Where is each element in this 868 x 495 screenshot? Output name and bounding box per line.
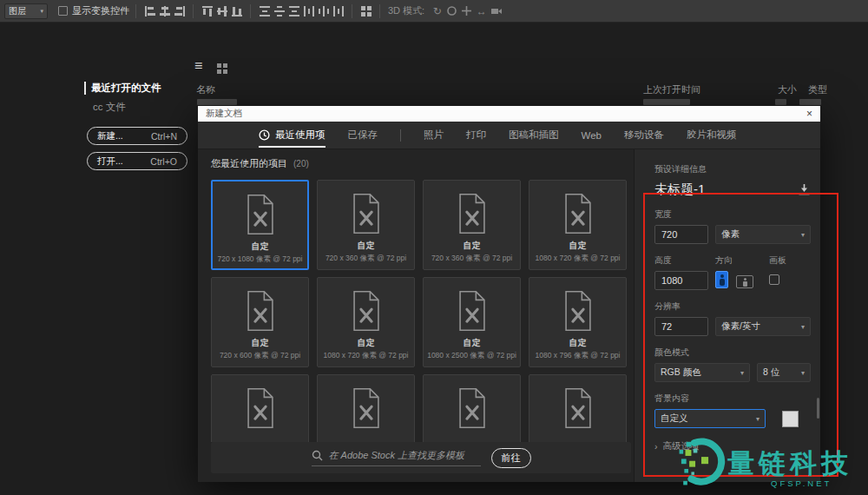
template-card-name: 自定 xyxy=(464,337,481,349)
recent-items-title: 您最近使用的项目 xyxy=(211,158,287,168)
align-left-icon[interactable] xyxy=(142,3,157,19)
color-mode-select[interactable]: RGB 颜色 ▾ xyxy=(654,363,750,382)
align-top-icon[interactable] xyxy=(200,3,214,19)
pan-3d-icon[interactable] xyxy=(459,3,474,19)
layer-select[interactable]: 图层 ▾ xyxy=(4,3,48,19)
slide-3d-icon[interactable]: ↔ xyxy=(474,3,489,19)
width-label: 宽度 xyxy=(654,208,810,221)
chevron-down-icon: ▾ xyxy=(801,369,805,377)
show-transform-checkbox[interactable] xyxy=(58,6,68,16)
tab-label: 最近使用项 xyxy=(275,129,326,142)
dist-top-icon[interactable] xyxy=(257,3,272,19)
template-card[interactable] xyxy=(423,374,521,442)
tab-7[interactable]: 胶片和视频 xyxy=(687,122,737,149)
brand-domain: QFSP.NET xyxy=(771,478,832,488)
template-card[interactable]: 自定720 x 360 像素 @ 72 ppi xyxy=(317,180,415,270)
template-card[interactable]: 自定720 x 600 像素 @ 72 ppi xyxy=(211,277,309,367)
template-card[interactable]: 自定1080 x 796 像素 @ 72 ppi xyxy=(529,277,627,367)
tab-label: 照片 xyxy=(424,129,444,142)
template-card[interactable]: 自定720 x 360 像素 @ 72 ppi xyxy=(423,180,521,270)
document-x-icon xyxy=(243,193,278,236)
tab-2[interactable]: 照片 xyxy=(424,122,444,149)
orientation-label: 方向 xyxy=(715,254,769,267)
template-card[interactable] xyxy=(317,374,415,442)
width-unit-select[interactable]: 像素 ▾ xyxy=(715,225,811,244)
template-card-name: 自定 xyxy=(252,337,269,349)
open-button-label: 打开... xyxy=(97,155,123,168)
landscape-orientation-icon[interactable] xyxy=(736,275,753,288)
template-card-name: 自定 xyxy=(252,241,269,253)
align-bottom-icon[interactable] xyxy=(229,3,244,19)
dist-middle-icon[interactable] xyxy=(272,3,286,19)
tab-4[interactable]: 图稿和插图 xyxy=(509,122,559,149)
stock-search-input[interactable]: 在 Adobe Stock 上查找更多模板 xyxy=(312,449,481,466)
orbit-3d-icon[interactable]: ↻ xyxy=(430,3,444,19)
tab-5[interactable]: Web xyxy=(582,122,602,149)
dist-center-icon[interactable] xyxy=(316,3,331,19)
width-input[interactable] xyxy=(654,225,708,244)
go-button[interactable]: 前往 xyxy=(491,448,531,468)
dialog-title: 新建文档 xyxy=(206,108,242,120)
template-card-name: 自定 xyxy=(569,240,587,252)
bit-depth-select[interactable]: 8 位 ▾ xyxy=(757,363,811,382)
template-card-name: 自定 xyxy=(358,337,375,349)
new-button[interactable]: 新建... Ctrl+N xyxy=(87,127,187,145)
adobe-stock-bar: 在 Adobe Stock 上查找更多模板 前往 xyxy=(211,442,631,473)
chevron-down-icon: ▾ xyxy=(740,369,744,377)
tab-label: Web xyxy=(582,130,602,141)
dist-left-icon[interactable] xyxy=(301,3,316,19)
template-card[interactable] xyxy=(211,374,309,442)
document-x-icon xyxy=(561,289,595,333)
portrait-orientation-icon[interactable] xyxy=(715,271,728,288)
template-card[interactable]: 自定1080 x 720 像素 @ 72 ppi xyxy=(529,180,627,270)
document-x-icon xyxy=(349,386,384,430)
tab-0[interactable]: 最近使用项 xyxy=(259,122,326,149)
tab-6[interactable]: 移动设备 xyxy=(624,122,664,149)
dolly-3d-icon[interactable] xyxy=(489,3,503,19)
background-color-swatch[interactable] xyxy=(782,411,799,427)
show-transform-label: 显示变换控件 xyxy=(72,4,129,17)
resolution-input[interactable] xyxy=(654,317,708,336)
template-card-spec: 1080 x 2500 像素 @ 72 ppi xyxy=(427,351,516,361)
align-middle-icon[interactable] xyxy=(214,3,229,19)
sidebar-item-cc-files[interactable]: cc 文件 xyxy=(93,101,126,114)
template-card[interactable]: 自定1080 x 720 像素 @ 72 ppi xyxy=(317,277,415,367)
distribute-grid-icon[interactable] xyxy=(358,3,373,19)
template-card[interactable]: 自定720 x 1080 像素 @ 72 ppi xyxy=(211,180,309,270)
template-card-name: 自定 xyxy=(464,240,481,252)
scrollbar-thumb[interactable] xyxy=(817,398,819,419)
column-header-type[interactable]: 类型 xyxy=(808,83,827,96)
column-header-size[interactable]: 大小 xyxy=(778,83,797,96)
dist-bottom-icon[interactable] xyxy=(286,3,301,19)
grid-view-icon[interactable] xyxy=(217,62,227,77)
clipped-file-row xyxy=(799,99,821,105)
chevron-down-icon: ▾ xyxy=(801,231,805,239)
list-view-icon[interactable]: ≡ xyxy=(194,58,202,74)
clipped-file-row xyxy=(197,99,237,105)
color-mode-label: 颜色模式 xyxy=(654,346,810,359)
column-header-name[interactable]: 名称 xyxy=(196,83,215,96)
artboard-checkbox[interactable] xyxy=(769,274,779,285)
tab-1[interactable]: 已保存 xyxy=(348,122,378,149)
template-card-spec: 1080 x 796 像素 @ 72 ppi xyxy=(536,351,621,361)
tab-label: 打印 xyxy=(466,129,486,142)
sidebar-item-recent-files[interactable]: 最近打开的文件 xyxy=(84,82,161,95)
column-header-opened[interactable]: 上次打开时间 xyxy=(643,83,700,96)
roll-3d-icon[interactable] xyxy=(444,3,459,19)
document-name[interactable]: 未标题-1 xyxy=(654,182,705,198)
background-select[interactable]: 自定义 ▾ xyxy=(654,409,766,428)
new-button-label: 新建... xyxy=(97,130,123,142)
close-icon[interactable]: × xyxy=(806,109,812,119)
template-card[interactable]: 自定1080 x 2500 像素 @ 72 ppi xyxy=(423,277,521,367)
save-preset-icon[interactable] xyxy=(798,184,811,195)
align-center-h-icon[interactable] xyxy=(157,3,172,19)
resolution-unit-select[interactable]: 像素/英寸 ▾ xyxy=(715,317,811,336)
chevron-down-icon: ▾ xyxy=(40,8,43,15)
dialog-titlebar[interactable]: 新建文档 × xyxy=(198,106,820,122)
dist-right-icon[interactable] xyxy=(331,3,345,19)
align-right-icon[interactable] xyxy=(172,3,187,19)
template-card[interactable] xyxy=(529,374,627,442)
open-button[interactable]: 打开... Ctrl+O xyxy=(87,152,187,170)
tab-3[interactable]: 打印 xyxy=(466,122,486,149)
height-input[interactable] xyxy=(654,271,708,290)
